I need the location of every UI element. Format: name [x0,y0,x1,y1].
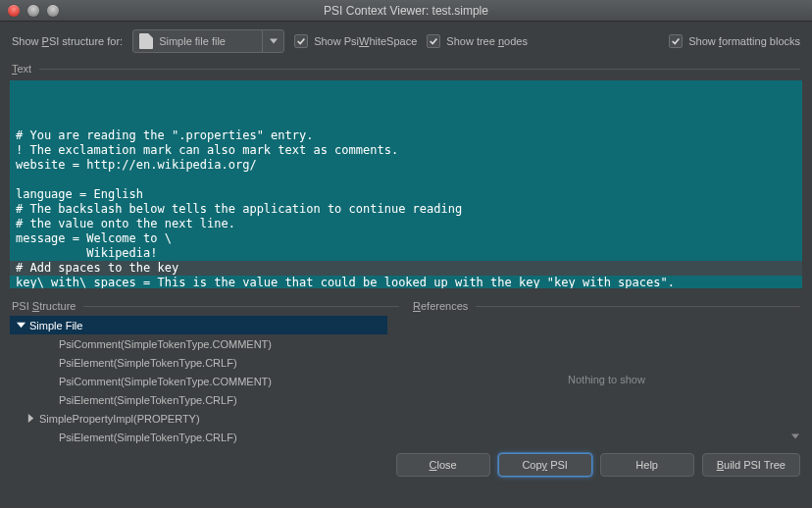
language-combo-value: Simple file file [159,35,226,47]
close-button[interactable]: Close [396,453,490,477]
show-tree-nodes-checkbox[interactable]: Show tree nodes [427,34,528,48]
zoom-window-icon[interactable] [47,5,59,17]
text-editor[interactable]: # You are reading the ".properties" entr… [10,80,802,288]
window-controls [0,5,59,17]
tree-row-label: PsiElement(SimpleTokenType.CRLF) [59,432,237,443]
show-structure-label: Show PSI structure for: [12,35,123,47]
window-title: PSI Context Viewer: test.simple [0,4,812,18]
file-icon [139,33,153,49]
minimize-window-icon[interactable] [27,5,39,17]
checkbox-label: Show formatting blocks [688,35,800,47]
checkbox-icon [427,34,440,48]
tree-row[interactable]: PsiElement(SimpleTokenType.CRLF) [10,353,387,372]
tree-indent [43,431,57,444]
tree-row-label: PsiElement(SimpleTokenType.CRLF) [59,394,237,406]
chevron-down-icon[interactable] [14,319,27,332]
tree-indent [43,375,57,388]
show-psiwhitespace-checkbox[interactable]: Show PsiWhiteSpace [294,34,417,48]
psi-tree[interactable]: Simple FilePsiComment(SimpleTokenType.CO… [10,316,401,443]
titlebar: PSI Context Viewer: test.simple [0,0,812,22]
tree-row[interactable]: PsiComment(SimpleTokenType.COMMENT) [10,334,387,353]
tree-row-label: PsiComment(SimpleTokenType.COMMENT) [59,376,272,387]
show-formatting-blocks-checkbox[interactable]: Show formatting blocks [669,34,800,48]
tree-indent [43,393,57,407]
checkbox-label: Show tree nodes [446,35,528,47]
help-button[interactable]: Help [600,453,694,477]
tree-row[interactable]: PsiComment(SimpleTokenType.COMMENT) [10,372,387,390]
checkbox-label: Show PsiWhiteSpace [314,35,417,47]
tree-indent [43,337,57,351]
tree-row[interactable]: PsiElement(SimpleTokenType.CRLF) [10,428,387,443]
language-combo[interactable]: Simple file file [132,29,284,53]
chevron-down-icon[interactable] [788,430,802,443]
chevron-right-icon[interactable] [24,412,37,426]
copy-psi-button[interactable]: Copy PSI [498,453,592,477]
dialog-buttons: Close Copy PSI Help Build PSI Tree [0,443,812,486]
checkbox-icon [294,34,308,48]
references-label: References [411,296,802,314]
tree-row-label: PsiComment(SimpleTokenType.COMMENT) [59,338,272,350]
scrollbar[interactable] [387,316,401,443]
build-psi-tree-button[interactable]: Build PSI Tree [702,453,800,477]
tree-row-label: PsiElement(SimpleTokenType.CRLF) [59,357,237,369]
tree-row[interactable]: SimplePropertyImpl(PROPERTY) [10,409,387,428]
tree-row-label: SimplePropertyImpl(PROPERTY) [39,413,200,425]
tree-indent [43,356,57,370]
chevron-down-icon[interactable] [262,30,283,52]
tree-row[interactable]: Simple File [10,316,387,334]
references-empty-text: Nothing to show [568,374,645,385]
language-combo-value-area[interactable]: Simple file file [133,33,262,49]
close-window-icon[interactable] [8,5,20,17]
toolbar: Show PSI structure for: Simple file file… [0,22,812,59]
editor-content: # You are reading the ".properties" entr… [16,128,796,288]
references-panel: Nothing to show [411,316,802,443]
text-section-label: Text [0,59,812,76]
tree-row[interactable]: PsiElement(SimpleTokenType.CRLF) [10,390,387,409]
checkbox-icon [669,34,683,48]
tree-row-label: Simple File [29,320,82,331]
psi-structure-label: PSI Structure [10,296,401,314]
